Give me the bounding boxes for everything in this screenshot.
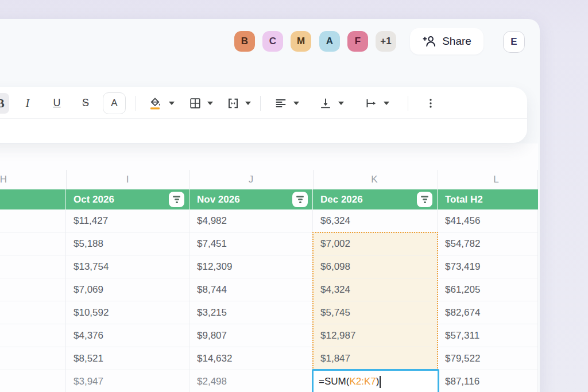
italic-button[interactable]: I [19, 87, 36, 119]
formula-range: K2:K7 [349, 376, 376, 387]
column-header-L[interactable]: L [493, 174, 498, 185]
header-label: Dec 2026 [320, 194, 363, 205]
cell[interactable]: $79,522 [438, 347, 538, 370]
text-cursor [380, 376, 381, 388]
merge-cells-button[interactable] [226, 87, 240, 119]
text-wrap-button[interactable] [364, 87, 378, 119]
underline-button[interactable]: U [48, 87, 65, 119]
header-cell[interactable]: Total H2 [438, 189, 538, 209]
avatar-overflow-badge[interactable]: +1 [376, 31, 396, 52]
text-wrap-dropdown-caret[interactable] [384, 102, 389, 105]
strikethrough-button[interactable]: S [77, 87, 94, 119]
toolbar-row: B I U S A [0, 87, 527, 119]
cell[interactable] [0, 255, 66, 278]
cell[interactable]: $5,188 [66, 232, 189, 255]
formatting-toolbar: B I U S A [0, 87, 527, 143]
merge-cells-dropdown-caret[interactable] [245, 102, 251, 105]
cell[interactable]: $7,451 [189, 232, 313, 255]
share-button[interactable]: Share [410, 28, 483, 55]
header-cell[interactable]: Oct 2026 [66, 189, 189, 209]
cell[interactable]: $9,807 [189, 324, 313, 347]
column-divider [313, 170, 314, 189]
cell[interactable] [0, 232, 66, 255]
cell[interactable] [0, 347, 66, 370]
share-label: Share [442, 35, 471, 48]
cell[interactable]: $11,427 [66, 209, 189, 232]
borders-dropdown-caret[interactable] [207, 102, 213, 105]
cell-selected[interactable]: $5,745 [313, 301, 438, 324]
cell-selected[interactable]: $12,987 [313, 324, 438, 347]
cell[interactable]: $3,947 [66, 370, 189, 392]
formula-suffix: ) [376, 376, 380, 387]
cell[interactable] [0, 301, 66, 324]
avatar[interactable]: A [319, 31, 340, 52]
cell[interactable]: $54,782 [438, 232, 538, 255]
filter-icon[interactable] [292, 192, 308, 207]
desktop: B C M A F +1 Share E B I U S A [0, 0, 588, 392]
bold-button[interactable]: B [0, 93, 9, 114]
column-divider [66, 170, 67, 189]
cell-selected[interactable]: $7,002 [313, 232, 438, 255]
more-options-button[interactable] [425, 87, 436, 119]
cell[interactable]: $10,592 [66, 301, 189, 324]
cell[interactable] [0, 324, 66, 347]
cell[interactable]: $6,324 [313, 209, 438, 232]
cell[interactable]: $57,311 [438, 324, 538, 347]
cell[interactable]: $7,069 [66, 278, 189, 301]
column-divider [537, 170, 538, 189]
cell[interactable]: $8,744 [189, 278, 313, 301]
column-divider [438, 170, 438, 189]
cell[interactable]: $82,674 [438, 301, 538, 324]
vertical-align-button[interactable] [319, 87, 332, 119]
cell[interactable]: $8,521 [66, 347, 189, 370]
header-label: Total H2 [445, 194, 483, 205]
filter-icon[interactable] [169, 192, 184, 207]
toolbar-divider [136, 96, 136, 111]
cell[interactable]: $4,982 [189, 209, 313, 232]
cell-selected[interactable]: $1,847 [313, 347, 438, 370]
cell[interactable]: $3,215 [189, 301, 313, 324]
header-cell[interactable]: Nov 2026 [189, 189, 313, 209]
cell[interactable] [0, 278, 66, 301]
cell-selected[interactable]: $6,098 [313, 255, 438, 278]
column-header-J[interactable]: J [249, 174, 254, 185]
cell[interactable]: $14,632 [189, 347, 313, 370]
formula-prefix: =SUM( [319, 376, 349, 387]
fill-color-button[interactable] [148, 87, 162, 119]
cell[interactable]: $4,376 [66, 324, 189, 347]
fill-color-dropdown-caret[interactable] [169, 102, 175, 105]
cell[interactable]: $2,498 [189, 370, 313, 392]
text-color-button[interactable]: A [103, 92, 126, 114]
column-header-H[interactable]: H [0, 174, 7, 185]
cell[interactable]: $41,456 [438, 209, 538, 232]
avatar[interactable]: M [291, 31, 311, 52]
borders-button[interactable] [188, 87, 202, 119]
vertical-align-dropdown-caret[interactable] [338, 102, 344, 105]
table-header-row: Oct 2026 Nov 2026 Dec 2026 Total H2 [0, 189, 538, 209]
current-user-avatar[interactable]: E [503, 31, 525, 53]
cell[interactable] [0, 370, 66, 392]
cell-selected[interactable]: $4,324 [313, 278, 438, 301]
data-grid: $11,427 $4,982 $6,324 $41,456 $5,188 $7,… [0, 209, 538, 392]
active-formula-cell[interactable]: =SUM(K2:K7) [312, 369, 439, 392]
cell[interactable]: $61,205 [438, 278, 538, 301]
avatar[interactable]: C [262, 31, 283, 52]
header-cell[interactable]: Dec 2026 [313, 189, 438, 209]
avatar[interactable]: F [347, 31, 368, 52]
avatar[interactable]: B [234, 31, 255, 52]
cell[interactable] [0, 209, 66, 232]
horizontal-align-dropdown-caret[interactable] [293, 102, 299, 105]
cell[interactable]: $73,419 [438, 255, 538, 278]
column-header-I[interactable]: I [126, 174, 129, 185]
header-cell[interactable] [0, 189, 66, 209]
column-header-K[interactable]: K [371, 174, 377, 185]
toolbar-divider [408, 96, 408, 111]
horizontal-align-button[interactable] [274, 87, 288, 119]
header-label: Oct 2026 [74, 194, 114, 205]
cell[interactable]: $87,116 [438, 370, 538, 392]
cell[interactable]: $12,309 [189, 255, 313, 278]
filter-icon[interactable] [417, 192, 432, 207]
column-divider [189, 170, 190, 189]
toolbar-divider [260, 96, 261, 111]
cell[interactable]: $13,754 [66, 255, 189, 278]
